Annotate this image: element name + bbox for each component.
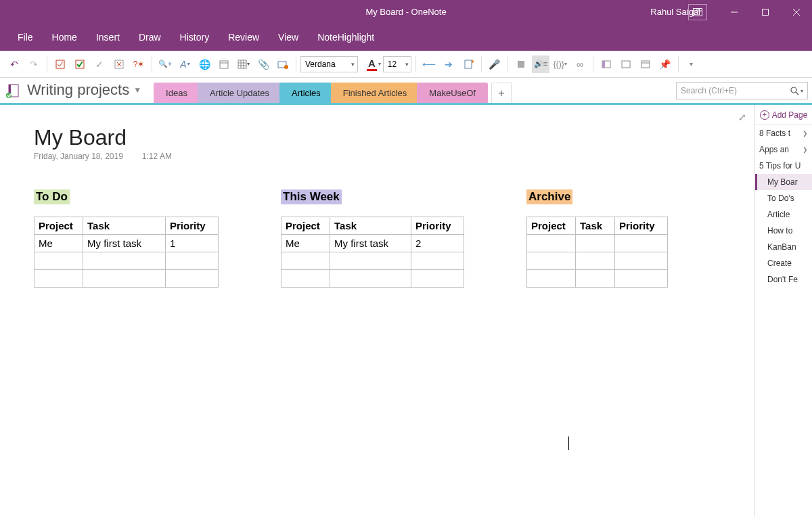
audio-settings-button[interactable]: 🔊≡ [532, 55, 549, 73]
table-button[interactable]: ▾ [235, 55, 252, 73]
section-tab-makeuseof[interactable]: MakeUseOf [417, 83, 488, 103]
menu-view[interactable]: View [269, 26, 308, 48]
minimize-button[interactable] [719, 0, 750, 24]
page-list-item[interactable]: Don't Fe [755, 271, 812, 288]
col-task[interactable]: Task [330, 217, 411, 235]
menu-home[interactable]: Home [43, 26, 87, 48]
redo-button[interactable]: ↷ [25, 55, 43, 73]
font-size-select[interactable]: 12 [383, 56, 411, 72]
page-list-item[interactable]: 5 Tips for U [755, 158, 812, 174]
page-list-item[interactable]: Create [755, 255, 812, 271]
svg-rect-22 [602, 61, 605, 68]
col-task[interactable]: Task [83, 217, 166, 235]
col-priority[interactable]: Priority [615, 217, 668, 235]
board-thisweek-table[interactable]: Project Task Priority MeMy first task2 [281, 217, 464, 288]
page-list-label: Article [767, 210, 790, 219]
page-list-item[interactable]: How to [755, 223, 812, 239]
board-todo-header[interactable]: To Do [34, 189, 70, 204]
question-tag-button[interactable]: ?✶ [130, 55, 148, 73]
full-page-button[interactable] [637, 55, 654, 73]
code-button[interactable]: {()} ▾ [551, 55, 569, 73]
section-tab-ideas[interactable]: Ideas [154, 83, 200, 103]
plus-icon: + [760, 110, 769, 120]
page-list-label: How to [767, 226, 792, 235]
svg-rect-0 [694, 8, 702, 16]
pin-button[interactable]: 📌 [656, 55, 674, 73]
important-tag-button[interactable] [110, 55, 128, 73]
page-meta: Friday, January 18, 2019 1:12 AM [34, 152, 754, 161]
calendar-button[interactable] [215, 55, 233, 73]
forward-nav-button[interactable]: ➔ [440, 55, 457, 73]
font-style-button[interactable]: A▾ [176, 55, 194, 73]
more-commands-button[interactable]: ▾ [683, 55, 700, 73]
zoom-button[interactable]: 🔍+ [156, 55, 174, 73]
page-list-label: Create [767, 258, 792, 268]
col-project[interactable]: Project [281, 217, 330, 235]
infinity-button[interactable]: ∞ [571, 55, 589, 73]
page-list-item[interactable]: To Do's [755, 190, 812, 206]
section-tab-articles[interactable]: Articles [279, 83, 333, 103]
boards-row: To Do Project Task Priority MeMy first t… [34, 189, 754, 288]
col-project[interactable]: Project [35, 217, 83, 235]
page-time[interactable]: 1:12 AM [142, 152, 172, 161]
maximize-button[interactable] [750, 0, 781, 24]
undo-button[interactable]: ↶ [5, 55, 23, 73]
menu-draw[interactable]: Draw [129, 26, 171, 48]
board-archive: Archive Project Task Priority [526, 189, 668, 288]
section-tab-finished-articles[interactable]: Finished Articles [331, 83, 420, 103]
menu-notehighlight[interactable]: NoteHighlight [308, 26, 384, 48]
page-list-item[interactable]: KanBan [755, 239, 812, 255]
menu-history[interactable]: History [171, 26, 219, 48]
todo-tag-checked-button[interactable] [71, 55, 89, 73]
window-title: My Board - OneNote [365, 7, 446, 17]
page-list-label: 8 Facts t [759, 129, 790, 138]
record-button[interactable]: 🎤 [486, 55, 503, 73]
svg-rect-23 [622, 61, 630, 68]
svg-rect-3 [763, 9, 769, 15]
svg-point-29 [791, 87, 796, 93]
stop-button[interactable] [512, 55, 530, 73]
page-list-label: My Boar [767, 177, 798, 187]
menu-review[interactable]: Review [219, 26, 269, 48]
board-todo-table[interactable]: Project Task Priority MeMy first task1 [34, 217, 219, 288]
page-list-item[interactable]: Article [755, 206, 812, 223]
new-page-button[interactable]: ✶ [459, 55, 477, 73]
section-tab-article-updates[interactable]: Article Updates [198, 83, 281, 103]
col-task[interactable]: Task [576, 217, 615, 235]
page-date[interactable]: Friday, January 18, 2019 [34, 152, 123, 161]
col-project[interactable]: Project [527, 217, 576, 235]
add-section-button[interactable]: + [491, 83, 512, 103]
search-input[interactable]: Search (Ctrl+E) ▾ [676, 82, 808, 99]
page-canvas[interactable]: ⤢ My Board Friday, January 18, 2019 1:12… [0, 105, 754, 517]
menu-file[interactable]: File [8, 26, 43, 48]
checkmark-button[interactable]: ✓ [91, 55, 108, 73]
back-nav-button[interactable]: ⟵ [420, 55, 438, 73]
page-list-item[interactable]: 8 Facts t❯ [755, 125, 812, 141]
add-page-button[interactable]: + Add Page [755, 105, 812, 125]
close-button[interactable] [781, 0, 812, 24]
web-button[interactable]: 🌐 [196, 55, 213, 73]
text-cursor [568, 436, 569, 450]
page-list-item[interactable]: My Boar [755, 174, 812, 190]
attach-button[interactable]: 📎 [254, 55, 272, 73]
svg-rect-24 [641, 61, 650, 68]
page-list-item[interactable]: Apps an❯ [755, 141, 812, 158]
screen-clip-button[interactable] [274, 55, 292, 73]
ribbon-display-options-button[interactable] [688, 4, 707, 20]
page-list-label: Apps an [759, 145, 789, 154]
font-family-select[interactable]: Verdana [300, 56, 358, 72]
normal-view-button[interactable] [617, 55, 635, 73]
todo-tag-button[interactable] [51, 55, 69, 73]
dock-left-button[interactable] [597, 55, 615, 73]
col-priority[interactable]: Priority [411, 217, 464, 235]
font-color-button[interactable]: A▾ [367, 58, 381, 71]
board-archive-header[interactable]: Archive [526, 189, 572, 204]
notebook-dropdown[interactable]: Writing projects ▼ [23, 81, 148, 103]
notebook-icon[interactable] [3, 78, 23, 103]
col-priority[interactable]: Priority [166, 217, 219, 235]
menu-insert[interactable]: Insert [87, 26, 129, 48]
page-title[interactable]: My Board [34, 125, 754, 150]
expand-icon[interactable]: ⤢ [738, 112, 746, 122]
board-archive-table[interactable]: Project Task Priority [526, 217, 668, 288]
board-thisweek-header[interactable]: This Week [281, 189, 342, 204]
